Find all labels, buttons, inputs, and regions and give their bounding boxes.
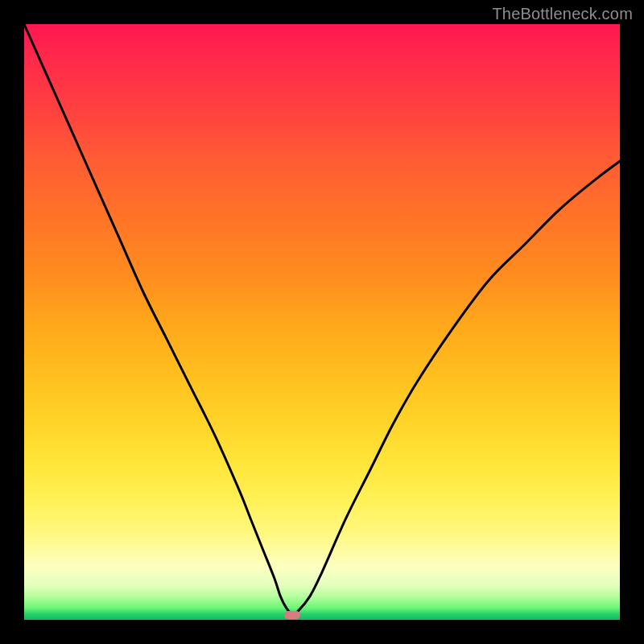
minimum-marker [284,611,300,619]
plot-area [24,24,620,620]
curve-svg [24,24,620,620]
bottleneck-curve [24,24,620,614]
watermark-text: TheBottleneck.com [492,5,633,23]
chart-frame: TheBottleneck.com [0,0,644,644]
